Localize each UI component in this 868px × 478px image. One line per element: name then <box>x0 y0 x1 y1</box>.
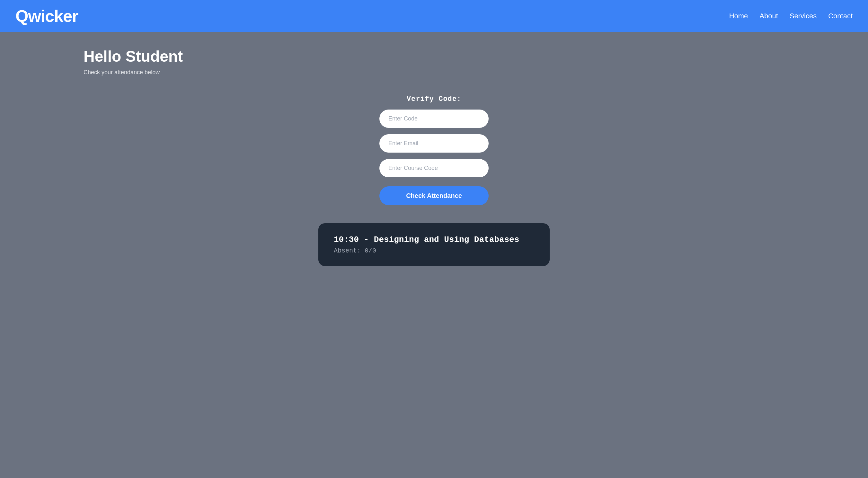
nav-links: Home About Services Contact <box>729 12 852 20</box>
code-input[interactable] <box>379 109 489 128</box>
verify-label: Verify Code: <box>407 95 461 103</box>
card-subtitle: Absent: 0/0 <box>334 247 534 254</box>
navbar: Qwicker Home About Services Contact <box>0 0 868 32</box>
attendance-result-card: 10:30 - Designing and Using Databases Ab… <box>318 223 550 266</box>
email-input[interactable] <box>379 134 489 153</box>
nav-about[interactable]: About <box>760 12 778 20</box>
check-attendance-button[interactable]: Check Attendance <box>379 186 489 205</box>
card-title: 10:30 - Designing and Using Databases <box>334 235 534 245</box>
nav-contact[interactable]: Contact <box>828 12 852 20</box>
main-content: Hello Student Check your attendance belo… <box>0 32 868 281</box>
brand-logo: Qwicker <box>16 6 78 26</box>
nav-services[interactable]: Services <box>789 12 816 20</box>
greeting-subtitle: Check your attendance below <box>84 69 784 76</box>
attendance-form: Verify Code: Check Attendance <box>84 95 784 205</box>
greeting-title: Hello Student <box>84 47 784 65</box>
nav-home[interactable]: Home <box>729 12 748 20</box>
course-input[interactable] <box>379 159 489 177</box>
